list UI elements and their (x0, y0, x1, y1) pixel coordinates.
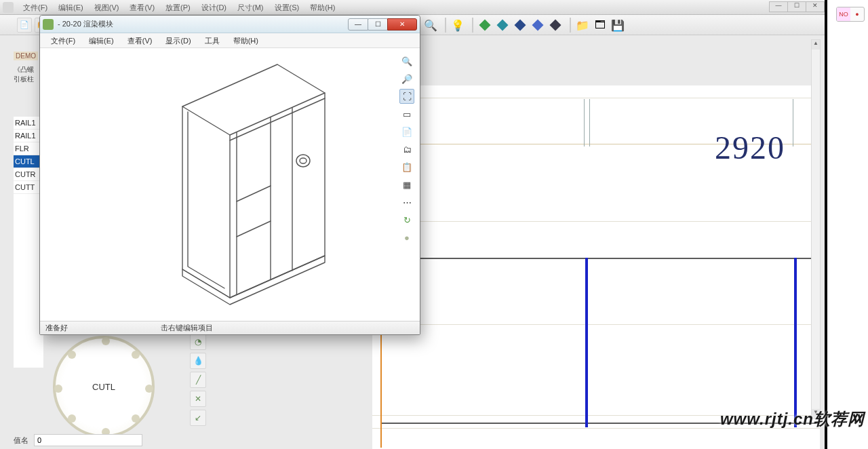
menu-settings[interactable]: 设置(S) (269, 0, 305, 14)
svg-point-0 (296, 155, 310, 167)
main-window-controls: — ☐ ✕ (770, 1, 825, 12)
menu-place[interactable]: 放置(P) (160, 0, 196, 14)
menu-look[interactable]: 查看(V) (124, 0, 160, 14)
zoom-window-icon[interactable]: ⛶ (399, 89, 414, 104)
diamond-navy-icon[interactable] (513, 18, 528, 33)
dot-icon[interactable]: ⋯ (399, 195, 414, 210)
close-button[interactable]: ✕ (806, 1, 825, 12)
tool-drop-icon[interactable]: 💧 (190, 353, 206, 369)
vertical-scrollbar[interactable]: ▲ ▼ (811, 39, 821, 419)
cw-menu-file[interactable]: 文件(F) (44, 33, 82, 47)
zoom-in-icon[interactable]: 🔍 (399, 54, 414, 69)
menu-edit[interactable]: 编辑(E) (53, 0, 89, 14)
compass-label: CUTL (92, 382, 115, 392)
window-icon[interactable]: 🗔 (593, 18, 608, 33)
new-doc-icon[interactable]: 📄 (17, 18, 32, 33)
diamond-green-icon[interactable] (477, 18, 492, 33)
cw-menu-help[interactable]: 帮助(H) (226, 33, 265, 47)
cw-menu-tools[interactable]: 工具 (198, 33, 226, 47)
save-icon[interactable]: 💾 (610, 18, 625, 33)
menu-design[interactable]: 设计(D) (196, 0, 232, 14)
compass-widget[interactable]: CUTL (53, 336, 155, 437)
cw-menu-display[interactable]: 显示(D) (159, 33, 197, 47)
render-side-tools: 🔍 🔎 ⛶ ▭ 📄 🗂 📋 ▦ ⋯ ↻ ● (399, 54, 416, 248)
minimize-button[interactable]: — (769, 1, 788, 12)
right-margin: NO ● (827, 0, 868, 449)
tool-arrow-icon[interactable]: ↙ (190, 410, 206, 426)
left-tool-strip: ◔ 💧 ╱ ✕ ↙ (190, 334, 209, 429)
cw-menu-view[interactable]: 查看(V) (121, 33, 159, 47)
zoom-out-icon[interactable]: 🔎 (399, 71, 414, 86)
diamond-dark-icon[interactable] (548, 18, 563, 33)
folder-icon[interactable]: 📁 (575, 18, 590, 33)
app-icon (3, 2, 14, 13)
isometric-cabinet-drawing (135, 59, 352, 317)
render-app-icon (43, 19, 54, 30)
search-icon[interactable]: 🔍 (423, 18, 438, 33)
main-menubar: 文件(F) 编辑(E) 视图(V) 查看(V) 放置(P) 设计(D) 尺寸(M… (0, 0, 826, 15)
grid-icon[interactable]: ▦ (399, 177, 414, 192)
render-title: - 20-20 渲染模块 (58, 19, 349, 29)
render-viewport[interactable]: 🔍 🔎 ⛶ ▭ 📄 🗂 📋 ▦ ⋯ ↻ ● (40, 48, 420, 321)
render-close-button[interactable]: ✕ (387, 18, 417, 31)
main-toolbar-right: 🔍 💡 📁 🗔 💾 (423, 15, 628, 35)
svg-point-1 (300, 158, 307, 163)
render-menubar: 文件(F) 编辑(E) 查看(V) 显示(D) 工具 帮助(H) (40, 33, 420, 48)
toggle-right-dot-icon[interactable]: ● (850, 7, 864, 21)
render-minimize-button[interactable]: — (348, 18, 368, 31)
select-icon[interactable]: ▭ (399, 106, 414, 121)
bulb-icon[interactable]: 💡 (450, 18, 465, 33)
diamond-teal-icon[interactable] (495, 18, 510, 33)
demo-label: DEMO (14, 52, 38, 60)
refresh-icon[interactable]: ↻ (399, 212, 414, 227)
toggle-left[interactable]: NO (837, 7, 850, 21)
render-maximize-button[interactable]: ☐ (368, 18, 388, 31)
diamond-blue-icon[interactable] (530, 18, 545, 33)
menu-file[interactable]: 文件(F) (18, 0, 53, 14)
cw-menu-edit[interactable]: 编辑(E) (82, 33, 121, 47)
tool-sphere-icon[interactable]: ◔ (190, 334, 206, 350)
menu-view[interactable]: 视图(V) (89, 0, 125, 14)
status-hint: 击右键编辑项目 (161, 323, 213, 333)
sub-label-2: 引板柱 (14, 75, 34, 84)
page-icon[interactable]: 📄 (399, 124, 414, 139)
dimension-value: 2920 (715, 129, 785, 166)
watermark-text: www.rjtj.cn软荐网 (720, 408, 865, 430)
menu-dim[interactable]: 尺寸(M) (232, 0, 269, 14)
tool-cross-icon[interactable]: ✕ (190, 391, 206, 407)
copy-icon[interactable]: 📋 (399, 159, 414, 174)
scroll-up-icon[interactable]: ▲ (812, 40, 820, 50)
layers-icon[interactable]: 🗂 (399, 142, 414, 157)
record-toggle[interactable]: NO ● (836, 7, 865, 22)
menu-help[interactable]: 帮助(H) (304, 0, 340, 14)
bottom-input-row: 值名 (14, 434, 142, 446)
tool-line-icon[interactable]: ╱ (190, 372, 206, 388)
status-ready: 准备好 (45, 323, 161, 333)
bottom-label: 值名 (14, 435, 28, 446)
bottom-value-input[interactable] (34, 434, 142, 446)
maximize-button[interactable]: ☐ (787, 1, 806, 12)
status-dot-icon[interactable]: ● (399, 230, 414, 245)
render-window: - 20-20 渲染模块 — ☐ ✕ 文件(F) 编辑(E) 查看(V) 显示(… (39, 15, 420, 335)
render-statusbar: 准备好 击右键编辑项目 (40, 321, 420, 334)
sub-label-1: 《凸螺 (14, 65, 34, 75)
render-titlebar[interactable]: - 20-20 渲染模块 — ☐ ✕ (40, 16, 420, 33)
